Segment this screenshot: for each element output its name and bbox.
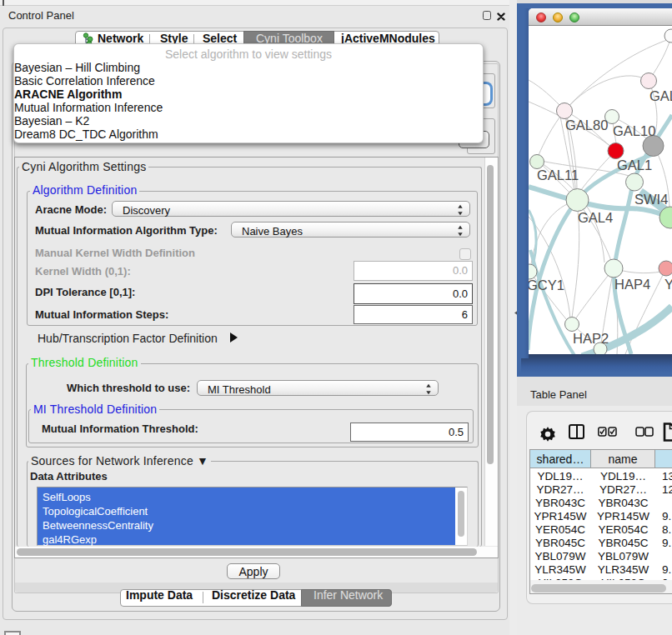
svg-text:GAL4: GAL4 [578, 210, 613, 225]
svg-text:HAP2: HAP2 [573, 331, 609, 346]
svg-text:GCY1: GCY1 [529, 278, 564, 292]
svg-text:GAL1: GAL1 [617, 158, 652, 172]
svg-text:SWI4: SWI4 [634, 192, 668, 207]
svg-text:HAP4: HAP4 [614, 277, 650, 292]
svg-text:GAL80: GAL80 [565, 118, 608, 132]
svg-text:GAL: GAL [649, 88, 672, 103]
svg-text:Y: Y [664, 277, 672, 292]
svg-text:GAL11: GAL11 [537, 168, 579, 182]
svg-text:GAL10: GAL10 [613, 123, 655, 138]
